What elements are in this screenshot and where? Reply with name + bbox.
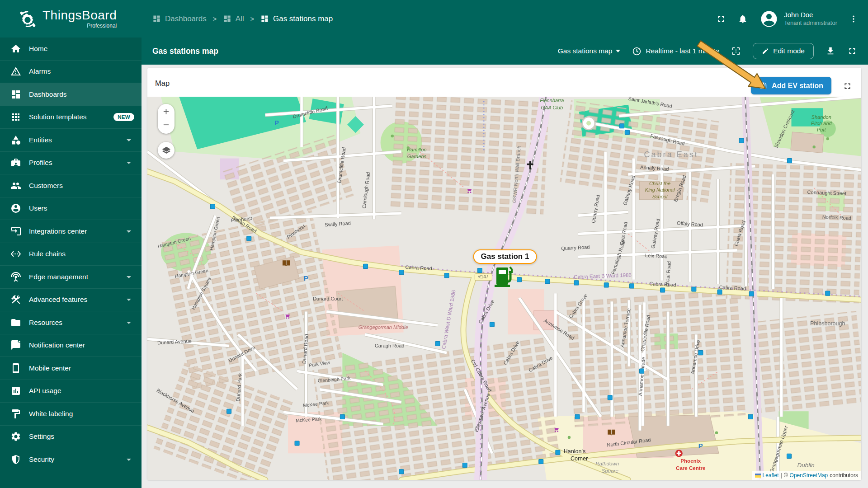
entity-marker[interactable] [399, 469, 404, 474]
notifications-button[interactable] [738, 14, 748, 24]
entity-marker[interactable] [787, 159, 792, 163]
entity-marker[interactable] [444, 273, 449, 278]
dashboard-select-value: Gas stations map [558, 47, 613, 55]
warning-icon [10, 66, 21, 77]
sidebar-item-security[interactable]: Security [0, 448, 142, 471]
map-label: Norfolk Road [822, 214, 852, 221]
expand-states-button[interactable] [731, 46, 741, 56]
entity-marker[interactable] [477, 268, 482, 272]
entity-marker[interactable] [399, 270, 404, 275]
sidebar-item-advanced-features[interactable]: Advanced features [0, 289, 142, 312]
sidebar-item-alarms[interactable]: Alarms [0, 61, 142, 84]
entity-marker[interactable] [629, 284, 634, 288]
corners-dots-icon [731, 46, 741, 56]
chevron-down-icon [123, 157, 134, 168]
entity-marker[interactable] [717, 290, 722, 294]
breadcrumb-item-all[interactable]: All [223, 14, 244, 23]
sidebar-item-notification-center[interactable]: Notification center [0, 334, 142, 357]
sidebar-item-integrations-center[interactable]: Integrations center [0, 220, 142, 243]
breadcrumb-item-dashboards[interactable]: Dashboards [152, 14, 207, 23]
entity-marker[interactable] [340, 414, 344, 419]
download-icon [826, 46, 835, 56]
antenna-icon [10, 272, 21, 282]
add-ev-station-button[interactable]: Add EV station [751, 77, 831, 94]
entity-marker[interactable] [462, 463, 467, 468]
sidebar-item-customers[interactable]: Customers [0, 174, 142, 197]
library-icon [283, 260, 290, 266]
folder-icon [10, 317, 21, 328]
entity-marker[interactable] [210, 204, 215, 209]
sidebar-item-label: Alarms [29, 67, 134, 75]
sidebar-item-label: Dashboards [29, 90, 134, 99]
gas-station-marker[interactable] [494, 264, 515, 291]
tree-icon [568, 436, 571, 439]
entity-marker[interactable] [574, 281, 579, 285]
dashboard-fullscreen-button[interactable] [847, 46, 857, 56]
fullscreen-button[interactable] [716, 14, 726, 24]
entity-marker[interactable] [748, 414, 753, 419]
sidebar-item-home[interactable]: Home [0, 38, 142, 61]
entity-marker[interactable] [749, 291, 754, 296]
zoom-out-button[interactable]: − [163, 120, 169, 130]
leaflet-link[interactable]: Leaflet [763, 472, 779, 479]
entity-marker[interactable] [608, 395, 612, 400]
breadcrumb-item-gas-stations-map[interactable]: Gas stations map [260, 14, 333, 23]
entity-marker[interactable] [692, 287, 696, 291]
sidebar-item-api-usage[interactable]: API usage [0, 380, 142, 403]
input-icon [10, 226, 21, 237]
entity-marker[interactable] [787, 454, 791, 458]
entity-marker[interactable] [539, 459, 543, 464]
sidebar-item-edge-management[interactable]: Edge management [0, 266, 142, 289]
sidebar-item-label: White labeling [29, 410, 134, 418]
sidebar-item-rule-chains[interactable]: Rule chains [0, 243, 142, 266]
sidebar-item-users[interactable]: Users [0, 197, 142, 221]
osm-link[interactable]: OpenStreetMap [790, 472, 828, 479]
entity-marker[interactable] [363, 264, 368, 268]
entity-marker[interactable] [435, 341, 440, 346]
entity-marker[interactable] [545, 279, 550, 284]
sidebar-item-resources[interactable]: Resources [0, 311, 142, 334]
entity-marker[interactable] [227, 409, 231, 413]
more-menu-button[interactable] [849, 14, 858, 23]
shield-icon [10, 454, 21, 465]
map-label: Phibsborough [810, 320, 845, 327]
timewindow-button[interactable]: Realtime - last 1 minute [632, 47, 719, 56]
edit-mode-button[interactable]: Edit mode [753, 43, 814, 59]
entity-marker[interactable] [639, 369, 644, 373]
user-menu[interactable]: John Doe Tenant administrator [760, 9, 837, 28]
entity-marker[interactable] [619, 124, 624, 128]
sidebar-item-white-labeling[interactable]: White labeling [0, 403, 142, 426]
entity-marker[interactable] [625, 130, 629, 135]
sidebar-item-entities[interactable]: Entities [0, 129, 142, 152]
entity-marker[interactable] [295, 441, 299, 446]
entity-marker[interactable] [604, 283, 609, 287]
entity-marker[interactable] [698, 351, 703, 355]
sidebar-item-dashboards[interactable]: Dashboards [0, 83, 142, 106]
entity-marker[interactable] [826, 291, 830, 296]
sidebar-item-settings[interactable]: Settings [0, 426, 142, 449]
chevron-down-icon [123, 226, 134, 237]
sidebar-item-mobile-center[interactable]: Mobile center [0, 357, 142, 380]
entity-marker[interactable] [575, 414, 580, 419]
layers-button[interactable] [158, 142, 175, 159]
entity-marker[interactable] [556, 450, 560, 455]
entity-marker[interactable] [660, 288, 665, 292]
sidebar-item-profiles[interactable]: Profiles [0, 152, 142, 175]
tree-icon [715, 432, 718, 434]
entity-marker[interactable] [490, 322, 494, 327]
dashboard-select[interactable]: Gas stations map [558, 47, 621, 55]
map-label: Square [602, 468, 619, 474]
entity-marker[interactable] [739, 138, 744, 143]
map-label: Caragh Road [375, 343, 405, 348]
entity-marker[interactable] [517, 277, 522, 282]
download-button[interactable] [826, 46, 835, 56]
widget-fullscreen-button[interactable] [843, 81, 852, 92]
chart-icon [10, 385, 21, 396]
leaflet-map[interactable]: Drumcliffe RoadDrumcliffe RoadCarnlough … [147, 97, 861, 480]
zoom-in-button[interactable]: + [163, 107, 169, 117]
gas-station-tooltip[interactable]: Gas station 1 [473, 249, 537, 264]
thingsboard-logo[interactable]: ThingsBoard Professional [17, 9, 117, 29]
sidebar-item-solution-templates[interactable]: Solution templatesNEW [0, 106, 142, 129]
tools-icon [10, 294, 21, 305]
entity-marker[interactable] [247, 236, 251, 241]
